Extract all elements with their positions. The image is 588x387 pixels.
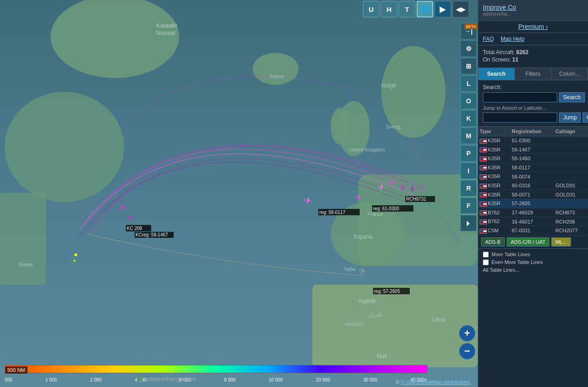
m-button[interactable]: M [460, 128, 477, 144]
even-more-lines-checkbox[interactable] [483, 259, 489, 265]
scale-8000: 8 000 [224, 377, 236, 382]
zoom-out-button[interactable]: − [459, 343, 475, 359]
cell-type: B762 [478, 217, 510, 226]
map-help-link[interactable]: Map Help [501, 36, 524, 42]
map-container[interactable]: ✈ ✈ ✈ ✈ ✈ ✈ ✈ ✈ ✈ KC 208 KCreg: 59-1467 … [0, 0, 478, 387]
flag-icon [480, 229, 487, 234]
cell-registration: 58-0074 [510, 172, 554, 181]
cell-type: B762 [478, 208, 510, 217]
all-table-lines-option: All Table Lines... [483, 267, 583, 273]
playback-button[interactable]: ⏵ [460, 215, 477, 231]
tab-bar: Search Filters Colum... [478, 68, 588, 80]
aircraft-table: Type Registration Callsign K35R 61-0300 … [478, 127, 588, 236]
table-row[interactable]: K35R 58-0071 GOLD31 [478, 190, 588, 199]
flag-icon [480, 210, 487, 215]
table-row[interactable]: C5M 87-0031 RCH2077 [478, 226, 588, 235]
on-screen-label: On Screen: [483, 56, 511, 63]
r-button[interactable]: R [460, 180, 477, 196]
openstreetmap-link[interactable]: © OpenStreetMap contributors. [401, 379, 471, 385]
source-bar: ADS-B ADS-C/R / UAT ML... [478, 236, 588, 249]
table-row[interactable]: K35R 59-1467 [478, 145, 588, 154]
panel-links: FAQ Map Help [478, 33, 588, 45]
on-screen-value: 11 [512, 56, 518, 63]
search-row: Search [483, 92, 583, 102]
jump-c-button[interactable]: C [582, 112, 588, 123]
tab-columns[interactable]: Colum... [551, 68, 588, 80]
adsbexchange-logo: ⬟ adsbexchange.com [138, 376, 196, 382]
i-button[interactable]: I [460, 163, 477, 179]
cell-type: K35R [478, 163, 510, 172]
cell-type: K35R [478, 145, 510, 154]
p-button[interactable]: P [460, 145, 477, 162]
table-row[interactable]: K35R 58-0117 [478, 163, 588, 172]
f-button[interactable]: F [460, 197, 477, 214]
adsb-button[interactable]: ADS-B [481, 237, 505, 247]
jump-row: Jump C [483, 112, 583, 123]
l-button[interactable]: L [460, 75, 477, 92]
tab-search[interactable]: Search [478, 68, 515, 80]
col-registration: Registration [510, 127, 554, 136]
flag-icon [480, 157, 487, 162]
jump-button[interactable]: Jump [559, 112, 581, 123]
cell-callsign [554, 145, 588, 154]
u-button[interactable]: U [363, 1, 379, 17]
cell-callsign: GOLD91 [554, 181, 588, 190]
layers-button[interactable]: ⊞ [460, 58, 477, 74]
aircraft-table-container: Type Registration Callsign K35R 61-0300 … [478, 127, 588, 236]
k-button[interactable]: K [460, 110, 477, 127]
improve-cc-link[interactable]: Improve Co [483, 4, 583, 11]
arrow-right-button[interactable]: ▶ [435, 1, 451, 17]
adsc-button[interactable]: ADS-C/R / UAT [507, 237, 550, 247]
flag-icon [480, 184, 487, 189]
search-button[interactable]: Search [559, 92, 585, 102]
cell-callsign [554, 154, 588, 163]
premium-link[interactable]: Premium › [518, 23, 548, 30]
table-row[interactable]: B762 17-46029 RCH873 [478, 208, 588, 217]
more-lines-label: More Table Lines [492, 252, 530, 257]
scale-10000: 10 000 [269, 377, 283, 382]
table-row[interactable]: K35R 59-1460 [478, 154, 588, 163]
cell-registration: 60-0316 [510, 181, 554, 190]
ml-button[interactable]: ML... [551, 237, 571, 247]
cell-callsign [554, 136, 588, 146]
flag-icon [480, 174, 487, 179]
tab-filters[interactable]: Filters [515, 68, 552, 80]
cell-type: K35R [478, 154, 510, 163]
zoom-in-button[interactable]: + [459, 325, 475, 342]
attribution: © © OpenStreetMap contributors. [396, 379, 471, 385]
table-row[interactable]: B762 16-46017 RCH208 [478, 217, 588, 226]
cell-callsign [554, 163, 588, 172]
cell-registration: 61-0300 [510, 136, 554, 146]
cell-callsign: RCH208 [554, 217, 588, 226]
o-button[interactable]: O [460, 93, 477, 109]
cell-registration: 16-46017 [510, 217, 554, 226]
flag-icon [480, 219, 487, 224]
cell-registration: 59-1467 [510, 145, 554, 154]
table-row[interactable]: K35R 60-0316 GOLD91 [478, 181, 588, 190]
cell-type: K35R [478, 136, 510, 146]
search-input[interactable] [483, 92, 557, 102]
table-row[interactable]: K35R 61-0300 [478, 136, 588, 146]
faq-link[interactable]: FAQ [483, 36, 494, 42]
cell-type: C5M [478, 226, 510, 235]
cell-registration: 17-46029 [510, 208, 554, 217]
table-row[interactable]: K35R 58-0074 [478, 172, 588, 181]
t-button[interactable]: T [399, 1, 415, 17]
jump-input[interactable] [483, 112, 557, 123]
search-label: Search: [483, 84, 583, 90]
cell-callsign [554, 172, 588, 181]
flag-icon [480, 139, 487, 144]
scale-500: 500 [5, 377, 12, 382]
h-button[interactable]: H [381, 1, 397, 17]
cell-registration: 87-0031 [510, 226, 554, 235]
right-panel: Improve Co adsbexcha... Premium › FAQ Ma… [478, 0, 588, 387]
more-lines-checkbox[interactable] [483, 252, 489, 258]
cell-registration: 58-0071 [510, 190, 554, 199]
table-row[interactable]: K35R 57-2605 [478, 199, 588, 208]
even-more-lines-option: Even More Table Lines [483, 259, 583, 265]
double-arrow-button[interactable]: ◀▶ [452, 1, 469, 17]
cell-type: K35R [478, 199, 510, 208]
settings-button[interactable]: ⚙ [460, 40, 477, 57]
globe-button[interactable]: 🌐 [417, 1, 433, 17]
jump-label: Jump to Airport or Latitude... [483, 105, 583, 111]
